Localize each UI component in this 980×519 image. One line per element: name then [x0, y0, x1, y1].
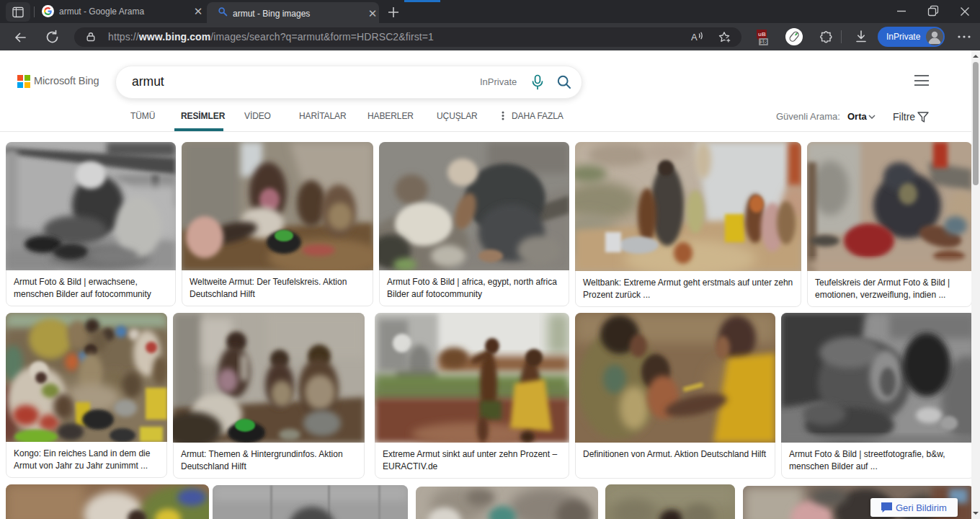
svg-text:18: 18: [760, 38, 767, 45]
svg-text:A: A: [691, 32, 698, 43]
svg-text:uB: uB: [758, 31, 766, 37]
